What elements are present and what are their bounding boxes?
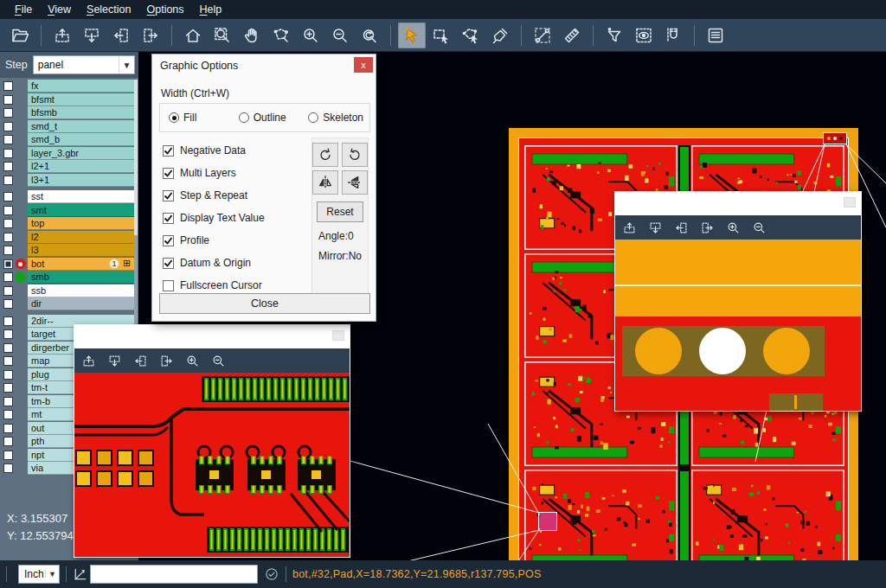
layer-visibility-checkbox[interactable]: [3, 299, 13, 309]
layer-visibility-checkbox[interactable]: [3, 410, 13, 419]
layer-name[interactable]: l2+1: [28, 160, 134, 173]
layer-name[interactable]: dir: [28, 297, 134, 310]
step-select[interactable]: panel ▼: [33, 55, 135, 74]
layer-visibility-checkbox[interactable]: [3, 233, 13, 242]
command-input[interactable]: [90, 565, 258, 584]
radio-skeleton[interactable]: Skeleton: [308, 112, 369, 124]
layer-row-smd_b[interactable]: smd_b: [0, 133, 138, 147]
layer-name[interactable]: smt: [28, 204, 134, 217]
reset-button[interactable]: Reset: [317, 201, 363, 222]
measure-ruler-button[interactable]: [558, 22, 586, 48]
layer-row-smb[interactable]: smb: [0, 271, 138, 284]
layers-panel-button[interactable]: [702, 22, 729, 48]
window-button-icon[interactable]: [332, 330, 344, 341]
layer-visibility-checkbox[interactable]: [3, 437, 13, 446]
layer-name[interactable]: fx: [28, 80, 134, 93]
layer-visibility-checkbox[interactable]: [3, 259, 13, 269]
select-polygon-button[interactable]: [457, 22, 485, 48]
layer-visibility-checkbox[interactable]: [3, 149, 13, 158]
layer-row-bot[interactable]: bot1⊞: [0, 258, 138, 272]
select-frame-button[interactable]: [427, 22, 455, 48]
layer-visibility-checkbox[interactable]: [3, 246, 13, 255]
layer-row-fx[interactable]: fx: [0, 80, 138, 93]
pan-hand-button[interactable]: [238, 22, 266, 48]
measure-distance-button[interactable]: [529, 22, 556, 48]
magnifier-right-titlebar[interactable]: [615, 192, 861, 215]
layer-name[interactable]: top: [28, 217, 134, 230]
layer-visibility-checkbox[interactable]: [3, 272, 13, 282]
layer-name[interactable]: smd_t: [28, 120, 134, 133]
zoom-out-button[interactable]: [326, 22, 354, 48]
layer-row-top[interactable]: top: [0, 217, 138, 231]
close-icon[interactable]: x: [354, 57, 373, 73]
layer-visibility-checkbox[interactable]: [3, 219, 13, 228]
rotate-ccw-button[interactable]: [342, 143, 368, 167]
layer-visibility-checkbox[interactable]: [3, 286, 13, 296]
checkbox-negative-data[interactable]: Negative Data: [163, 139, 265, 162]
layer-visibility-checkbox[interactable]: [3, 463, 13, 473]
flip-vertical-button[interactable]: [342, 170, 368, 195]
layer-row-smt[interactable]: smt: [0, 204, 138, 218]
layer-name[interactable]: bfsmb: [28, 106, 134, 119]
layer-visibility-checkbox[interactable]: [3, 316, 13, 326]
layer-visibility-checkbox[interactable]: [3, 95, 13, 105]
layer-row-dir[interactable]: dir: [0, 297, 138, 311]
magnifier-window-right[interactable]: [614, 191, 862, 412]
layer-name[interactable]: smb: [28, 271, 134, 284]
zoom-previous-button[interactable]: [356, 22, 383, 48]
close-button[interactable]: Close: [159, 293, 370, 314]
layer-visibility-checkbox[interactable]: [3, 122, 13, 131]
angle-measure-icon[interactable]: [73, 566, 88, 582]
pad-bottom-button[interactable]: [78, 22, 106, 48]
unit-select[interactable]: Inch ▼: [18, 565, 60, 584]
layer-name[interactable]: l2: [28, 231, 134, 244]
layer-visibility-checkbox[interactable]: [3, 176, 13, 185]
layer-visibility-checkbox[interactable]: [3, 397, 13, 406]
layer-visibility-checkbox[interactable]: [3, 81, 13, 91]
layer-row-sst[interactable]: sst: [0, 190, 138, 204]
menu-options[interactable]: Options: [138, 2, 191, 17]
pad-top-button[interactable]: [48, 22, 76, 48]
layer-row-smd_t[interactable]: smd_t: [0, 120, 138, 134]
menu-selection[interactable]: Selection: [79, 2, 138, 17]
pad-left-button[interactable]: [107, 22, 135, 48]
layer-row-l3+1[interactable]: l3+1: [0, 174, 138, 188]
menu-view[interactable]: View: [40, 2, 79, 17]
layer-row-l3[interactable]: l3: [0, 244, 138, 258]
layer-visibility-checkbox[interactable]: [3, 424, 13, 433]
layer-row-l2[interactable]: l2: [0, 231, 138, 245]
layer-visibility-checkbox[interactable]: [3, 135, 13, 144]
window-button-icon[interactable]: [844, 197, 856, 208]
menu-file[interactable]: File: [7, 2, 40, 17]
layer-row-bfsmb[interactable]: bfsmb: [0, 106, 138, 120]
pad-right-button[interactable]: [137, 22, 164, 48]
zoom-in-button[interactable]: [297, 22, 324, 48]
zoom-polygon-button[interactable]: [267, 22, 295, 48]
filter-button[interactable]: [600, 22, 628, 48]
rotate-cw-button[interactable]: [312, 143, 338, 167]
layer-visibility-checkbox[interactable]: [3, 383, 13, 393]
radio-fill[interactable]: Fill: [169, 112, 230, 124]
refresh-check-icon[interactable]: [264, 566, 279, 582]
layer-visibility-checkbox[interactable]: [3, 192, 13, 201]
layer-visibility-checkbox[interactable]: [3, 370, 13, 380]
magnifier-right-view[interactable]: [615, 240, 861, 411]
checkbox-display-text-value[interactable]: Display Text Value: [163, 207, 265, 229]
magnifier-left-titlebar[interactable]: [74, 325, 350, 348]
layer-name[interactable]: smd_b: [28, 133, 134, 146]
menu-help[interactable]: Help: [192, 2, 230, 17]
layer-visibility-checkbox[interactable]: [3, 108, 13, 118]
layer-visibility-checkbox[interactable]: [3, 356, 13, 366]
layer-name[interactable]: bfsmt: [28, 93, 134, 106]
radio-outline[interactable]: Outline: [239, 112, 300, 124]
layer-name[interactable]: layer_3.gbr: [28, 147, 134, 160]
layer-name[interactable]: l3: [28, 244, 134, 257]
checkbox-datum-origin[interactable]: Datum & Origin: [163, 252, 265, 274]
checkbox-step-repeat[interactable]: Step & Repeat: [163, 184, 265, 207]
layer-name[interactable]: sst: [28, 190, 134, 203]
clean-brush-button[interactable]: [486, 22, 514, 48]
layer-name[interactable]: bot1⊞: [28, 258, 134, 271]
layer-visibility-checkbox[interactable]: [3, 206, 13, 215]
checkbox-multi-layers[interactable]: Multi Layers: [163, 162, 265, 184]
snap-magnet-button[interactable]: [659, 22, 687, 48]
